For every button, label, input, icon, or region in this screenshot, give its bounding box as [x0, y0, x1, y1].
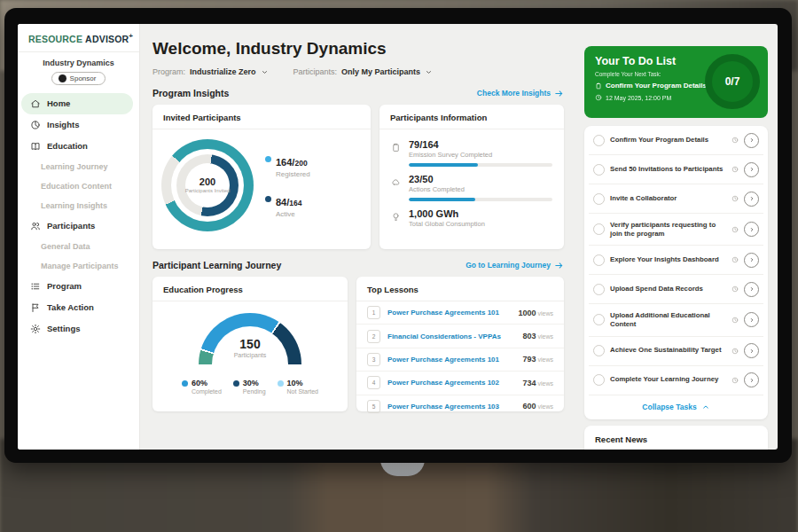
survey-icon [391, 143, 401, 153]
main-content: Welcome, Industry Dynamics Program: Indu… [140, 24, 575, 450]
sidebar-item-education[interactable]: Education [18, 136, 139, 157]
recent-news-card: Recent News [584, 426, 768, 450]
info-row: 23/50 Actions Completed [391, 170, 552, 205]
donut-center-label: Participants Invited [184, 187, 231, 194]
sidebar-item-take-action[interactable]: Take Action [18, 297, 139, 318]
insights-cards-row: Invited Participants 200 Participants In… [153, 105, 564, 249]
lesson-row: 4 Power Purchase Agreements 102 734views [356, 372, 564, 395]
collapse-tasks-label: Collapse Tasks [642, 403, 696, 411]
task-checkbox[interactable] [593, 254, 605, 266]
task-checkbox[interactable] [593, 193, 605, 205]
clock-icon [732, 195, 739, 202]
task-open-button[interactable] [744, 372, 759, 387]
invited-participants-title: Invited Participants [153, 105, 371, 129]
lesson-rank-badge: 4 [367, 376, 380, 389]
info-label: Emission Survey Completed [409, 151, 552, 159]
task-open-button[interactable] [744, 343, 759, 358]
lesson-title-link[interactable]: Power Purchase Agreements 103 [387, 403, 515, 411]
todo-next-task[interactable]: Confirm Your Program Details [595, 82, 715, 90]
sidebar-item-learning-insights[interactable]: Learning Insights [18, 196, 139, 215]
legend-label: Completed [192, 388, 222, 395]
sidebar-item-label: Home [47, 98, 70, 108]
program-filter-value: Industrialize Zero [190, 67, 256, 76]
task-label: Invite a Collaborator [610, 194, 726, 203]
task-checkbox[interactable] [593, 164, 605, 176]
chevron-right-icon [748, 137, 755, 144]
participants-information-rows: 79/164 Emission Survey Completed 23/50 A… [379, 129, 564, 233]
sidebar-item-settings[interactable]: Settings [18, 318, 139, 340]
task-checkbox[interactable] [593, 135, 605, 146]
sidebar-item-participants[interactable]: Participants [18, 215, 139, 237]
lesson-rank-badge: 5 [367, 400, 380, 413]
arrow-right-icon [554, 89, 564, 98]
chevron-down-icon [425, 68, 433, 76]
sidebar-item-label: Education Content [41, 182, 112, 191]
progress-bar [409, 198, 552, 201]
program-filter[interactable]: Program: Industrialize Zero [153, 67, 269, 76]
top-lessons-title: Top Lessons [356, 277, 564, 301]
sidebar-item-label: Take Action [47, 302, 94, 312]
todo-next-task-label: Confirm Your Program Details [606, 82, 707, 90]
task-row-upload-spend-data-records: Upload Spend Data Records [589, 275, 763, 304]
task-open-button[interactable] [744, 312, 759, 327]
clock-icon [732, 348, 739, 355]
sidebar-item-learning-journey[interactable]: Learning Journey [18, 157, 139, 176]
go-to-learning-journey-link[interactable]: Go to Learning Journey [466, 261, 564, 270]
donut-legend: 164/200 Registered 84/164 Active [265, 153, 310, 218]
lesson-row: 3 Power Purchase Agreements 101 793views [356, 348, 564, 372]
task-open-button[interactable] [744, 253, 759, 268]
chevron-right-icon [748, 348, 755, 355]
task-open-button[interactable] [744, 162, 759, 177]
sidebar-item-label: Insights [47, 120, 79, 129]
task-row-upload-additional-educational-content: Upload Additional Educational Content [589, 304, 763, 336]
sidebar-item-education-content[interactable]: Education Content [18, 176, 139, 196]
sidebar-item-label: Manage Participants [41, 262, 119, 270]
collapse-tasks-link[interactable]: Collapse Tasks [589, 395, 763, 419]
task-checkbox[interactable] [593, 314, 605, 325]
task-open-button[interactable] [744, 192, 759, 207]
task-checkbox[interactable] [593, 284, 605, 295]
clock-icon [732, 256, 739, 263]
legend-label: Not Started [287, 388, 318, 395]
education-icon [30, 141, 41, 152]
info-value: 1,000 GWh [409, 208, 552, 219]
sidebar-item-label: Participants [47, 221, 95, 231]
participants-filter[interactable]: Participants: Only My Participants [293, 67, 434, 76]
info-row: 79/164 Emission Survey Completed [391, 136, 552, 170]
page-title: Welcome, Industry Dynamics [153, 39, 564, 59]
task-checkbox[interactable] [593, 223, 605, 235]
lesson-views: 734views [522, 379, 553, 387]
lesson-title-link[interactable]: Power Purchase Agreements 102 [387, 379, 515, 387]
sidebar-item-insights[interactable]: Insights [18, 114, 139, 136]
sidebar-item-label: Learning Journey [41, 162, 108, 171]
lesson-views: 1000views [518, 309, 553, 317]
sidebar-item-home[interactable]: Home [21, 93, 133, 114]
chevron-right-icon [748, 286, 755, 293]
task-checkbox[interactable] [593, 345, 605, 356]
lesson-title-link[interactable]: Power Purchase Agreements 101 [387, 309, 511, 317]
learning-journey-header: Participant Learning Journey Go to Learn… [153, 260, 564, 270]
lesson-title-link[interactable]: Financial Considerations - VPPAs [387, 332, 515, 340]
task-open-button[interactable] [744, 222, 759, 237]
info-row: 1,000 GWh Total Global Consumption [391, 205, 552, 233]
legend-dot-icon [265, 196, 271, 202]
gauge-center-value: 150 [153, 337, 348, 351]
participants-information-card: Participants Information 79/164 Emission… [379, 105, 564, 249]
task-open-button[interactable] [744, 133, 759, 148]
legend-label: Registered [276, 170, 310, 178]
legend-percent: 30% [243, 379, 266, 387]
sponsor-badge[interactable]: Sponsor [51, 72, 106, 85]
legend-label: Active [276, 210, 301, 218]
clock-icon [732, 226, 739, 233]
task-checkbox[interactable] [593, 374, 605, 386]
sidebar-item-label: General Data [41, 242, 90, 251]
check-more-insights-link[interactable]: Check More Insights [477, 89, 564, 98]
todo-progress-value: 0/7 [725, 75, 740, 88]
task-open-button[interactable] [744, 282, 759, 297]
lesson-title-link[interactable]: Power Purchase Agreements 101 [387, 356, 515, 364]
sidebar-item-program[interactable]: Program [18, 276, 139, 297]
sidebar-item-general-data[interactable]: General Data [18, 237, 139, 256]
app-logo[interactable]: RESOURCEADVISOR+ [18, 32, 139, 44]
progress-bar [409, 163, 552, 167]
sidebar-item-manage-participants[interactable]: Manage Participants [18, 256, 139, 276]
